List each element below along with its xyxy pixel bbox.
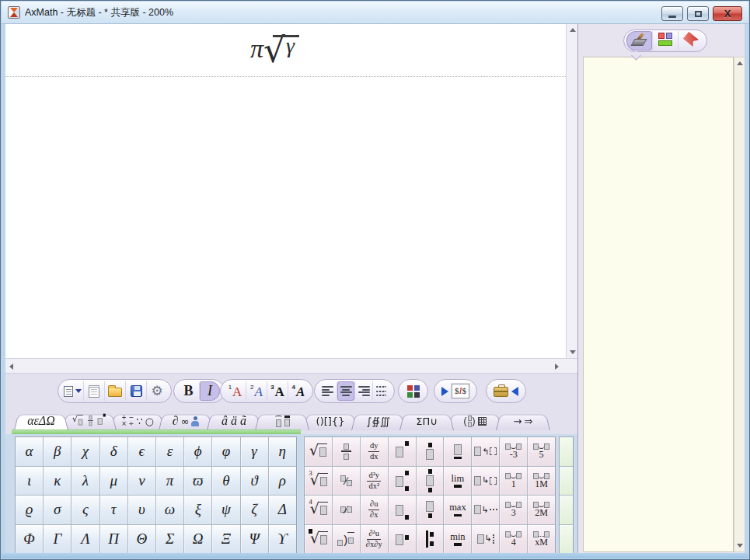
title-bar[interactable]: AxMath - 无标题 - * 共享版 - 200% X — [2, 2, 748, 24]
greek-symbol-ς[interactable]: ς — [72, 496, 99, 524]
greek-symbol-α[interactable]: α — [16, 437, 43, 466]
minimize-button[interactable] — [661, 6, 683, 21]
template-sqrt[interactable]: √ — [305, 437, 332, 466]
greek-symbol-ω[interactable]: ω — [156, 496, 183, 524]
scroll-up-icon[interactable] — [570, 28, 576, 32]
template-arr-h[interactable]: ↳ — [472, 496, 499, 524]
template-sp-3[interactable]: 3 — [500, 496, 527, 524]
greek-symbol-ν[interactable]: ν — [128, 467, 155, 496]
greek-symbol-ρ[interactable]: ρ — [269, 467, 296, 496]
symbol-case-button[interactable] — [490, 381, 522, 401]
tab-greek[interactable]: αεΔΩ — [14, 412, 68, 430]
greek-symbol-ϖ[interactable]: ϖ — [184, 467, 211, 496]
greek-symbol-ψ[interactable]: ψ — [212, 496, 239, 524]
template-bmid[interactable] — [389, 525, 416, 554]
equation-canvas[interactable]: π√γ — [5, 24, 566, 358]
tab-roots-fractions[interactable]: √ — [62, 412, 117, 430]
greek-symbol-μ[interactable]: μ — [100, 467, 127, 496]
template-sfrac[interactable]: ∕ — [333, 467, 360, 496]
greek-symbol-Φ[interactable]: Φ — [16, 525, 43, 554]
tab-misc-symbols[interactable]: ∂∞ — [159, 412, 213, 430]
scroll-down-icon[interactable] — [737, 544, 743, 548]
greek-symbol-δ[interactable]: δ — [100, 437, 127, 466]
greek-symbol-Θ[interactable]: Θ — [128, 525, 155, 554]
font-style-4-button[interactable]: 4A — [288, 381, 309, 401]
template-arr-v[interactable]: ↳ — [472, 525, 499, 554]
tab-integrals[interactable]: ∫∯∭ — [351, 412, 406, 430]
greek-symbol-τ[interactable]: τ — [100, 496, 127, 524]
greek-symbol-ζ[interactable]: ζ — [241, 496, 268, 524]
new-document-button[interactable] — [83, 381, 104, 401]
tex-input-button[interactable]: $I$ — [438, 381, 473, 401]
tab-big-operators[interactable]: ΣΠ∪ — [399, 412, 454, 430]
template-longdiv[interactable]: ) — [333, 525, 360, 554]
greek-symbol-π[interactable]: π — [156, 467, 183, 496]
template-ubar[interactable] — [444, 437, 471, 466]
template-bsub[interactable] — [389, 496, 416, 524]
open-button[interactable] — [104, 381, 125, 401]
tab-matrix[interactable]: () — [448, 412, 502, 430]
bookmark-button[interactable] — [678, 31, 703, 50]
greek-symbol-Γ[interactable]: Γ — [44, 525, 71, 554]
side-panel-content[interactable] — [583, 57, 734, 552]
template-vfrac[interactable] — [333, 437, 360, 466]
template-sp--3[interactable]: -3 — [500, 437, 527, 466]
template-bover[interactable] — [417, 437, 444, 466]
greek-symbol-ϕ[interactable]: ϕ — [184, 437, 211, 466]
color-grid-button[interactable] — [403, 381, 424, 401]
greek-symbol-υ[interactable]: υ — [128, 496, 155, 524]
extra-template-cell[interactable] — [560, 496, 573, 524]
template-bsup[interactable] — [389, 437, 416, 466]
tab-decorations[interactable] — [255, 412, 309, 430]
greek-symbol-Π[interactable]: Π — [100, 525, 127, 554]
maximize-button[interactable] — [687, 6, 709, 21]
greek-symbol-Ψ[interactable]: Ψ — [241, 525, 268, 554]
greek-symbol-Ω[interactable]: Ω — [184, 525, 211, 554]
template-bsupsub[interactable] — [389, 467, 416, 496]
template-und-max[interactable]: max — [444, 496, 471, 524]
template-sp-1[interactable]: 1 — [500, 467, 527, 496]
italic-button[interactable]: I — [199, 381, 220, 401]
template-sqrti[interactable]: √ — [305, 525, 332, 554]
template-evalbar[interactable] — [417, 525, 444, 554]
settings-button[interactable]: ⚙ — [146, 381, 167, 401]
template-sp-2M[interactable]: 2M — [528, 496, 555, 524]
template-bunder[interactable] — [417, 496, 444, 524]
greek-symbol-β[interactable]: β — [44, 437, 71, 466]
scroll-down-icon[interactable] — [570, 350, 576, 354]
template-dfrac[interactable]: ∂²u∂x∂y — [361, 525, 388, 554]
scroll-right-icon[interactable] — [555, 363, 559, 370]
greek-symbol-ι[interactable]: ι — [16, 467, 43, 496]
greek-symbol-Ξ[interactable]: Ξ — [212, 525, 239, 554]
tab-accents[interactable]: â ä ã — [207, 412, 261, 430]
template-bfrac[interactable]: ∕ — [333, 496, 360, 524]
template-sp-1M[interactable]: 1M — [528, 467, 555, 496]
save-button[interactable] — [125, 381, 146, 401]
greek-symbol-φ[interactable]: φ — [212, 437, 239, 466]
template-boverunder[interactable] — [417, 467, 444, 496]
template-sp-4[interactable]: 4 — [500, 525, 527, 554]
greek-symbol-ξ[interactable]: ξ — [184, 496, 211, 524]
font-style-2-button[interactable]: 2A — [246, 381, 267, 401]
greek-symbol-κ[interactable]: κ — [44, 467, 71, 496]
greek-symbol-ε[interactable]: ε — [156, 437, 183, 466]
greek-symbol-γ[interactable]: γ — [241, 437, 268, 466]
greek-symbol-Δ[interactable]: Δ — [269, 496, 296, 524]
close-button[interactable]: X — [713, 6, 742, 21]
greek-symbol-σ[interactable]: σ — [44, 496, 71, 524]
template-und-min[interactable]: min — [444, 525, 471, 554]
font-style-1-button[interactable]: 1A — [225, 381, 246, 401]
greek-symbol-η[interactable]: η — [269, 437, 296, 466]
template-sqrtn[interactable]: 4√ — [305, 496, 332, 524]
font-style-3-button[interactable]: 3A — [267, 381, 288, 401]
template-arr-out[interactable]: ↳ — [472, 467, 499, 496]
extra-template-cell[interactable] — [560, 437, 573, 466]
handwriting-button[interactable] — [626, 31, 652, 50]
greek-symbol-Σ[interactable]: Σ — [156, 525, 183, 554]
template-dfrac[interactable]: ∂u∂x — [361, 496, 388, 524]
greek-symbol-ϒ[interactable]: ϒ — [269, 525, 296, 554]
align-dotted-button[interactable] — [372, 381, 390, 401]
align-left-button[interactable] — [319, 381, 337, 401]
scroll-left-icon[interactable] — [9, 363, 13, 370]
bold-button[interactable]: B — [178, 381, 199, 401]
